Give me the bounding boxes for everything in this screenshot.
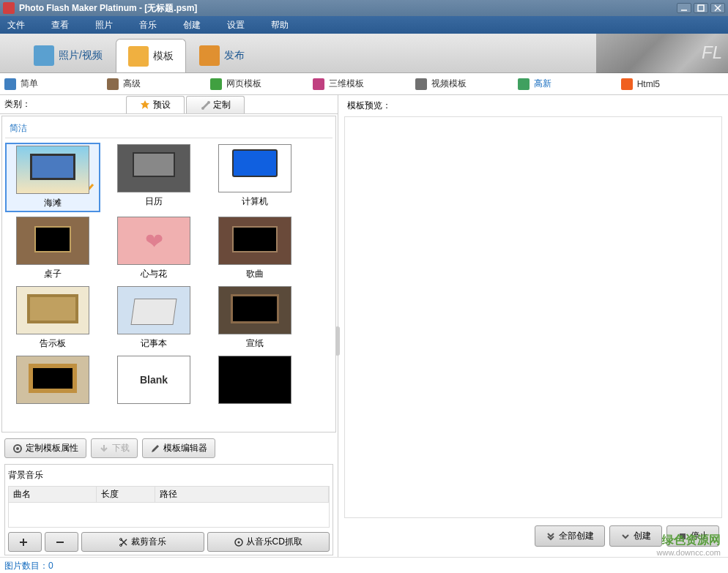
preview-label: 模板预览：: [344, 98, 722, 113]
template-item[interactable]: 告示板: [5, 285, 100, 351]
template-thumb: [117, 286, 190, 334]
menu-settings[interactable]: 设置: [227, 19, 245, 31]
template-label: 告示板: [40, 337, 66, 350]
subtab-label: 预设: [153, 99, 171, 111]
button-label: 全部创建: [559, 530, 594, 542]
music-col-path[interactable]: 路径: [155, 487, 329, 502]
music-col-name[interactable]: 曲名: [9, 487, 97, 502]
photo-video-icon: [34, 45, 54, 66]
template-thumb: [16, 217, 89, 265]
type-label: 简单: [21, 78, 38, 90]
template-item[interactable]: [5, 354, 100, 408]
type-icon: [4, 78, 16, 90]
status-text: 图片数目：0: [4, 561, 53, 571]
download-button[interactable]: 下载: [91, 438, 138, 458]
close-button[interactable]: [710, 3, 725, 13]
watermark-line1: 绿色资源网: [657, 533, 721, 548]
music-title: 背景音乐: [8, 468, 330, 486]
type-4-button[interactable]: 视频模板: [415, 78, 509, 90]
button-label: 创建: [634, 530, 651, 542]
plus-icon: [19, 538, 28, 547]
tab-publish[interactable]: 发布: [187, 39, 256, 72]
type-icon: [107, 78, 119, 90]
menubar: 文件 查看 照片 音乐 创建 设置 帮助: [0, 16, 728, 34]
watermark-line2: www.downcc.com: [657, 548, 721, 557]
type-2-button[interactable]: 网页模板: [210, 78, 304, 90]
template-item[interactable]: 计算机: [207, 143, 302, 212]
star-icon: [140, 100, 150, 110]
watermark: 绿色资源网 www.downcc.com: [657, 533, 721, 557]
template-thumb: Blank: [117, 356, 190, 404]
music-headers: 曲名 长度 路径: [8, 486, 330, 503]
type-icon: [210, 78, 222, 90]
button-label: 从音乐CD抓取: [246, 536, 302, 548]
maximize-button[interactable]: [694, 3, 708, 13]
type-1-button[interactable]: 高级: [107, 78, 201, 90]
template-thumb: [218, 286, 291, 334]
music-list[interactable]: [8, 503, 330, 528]
template-item[interactable]: 心与花: [106, 215, 201, 282]
tab-photo-video[interactable]: 照片/视频: [22, 39, 114, 72]
type-3-button[interactable]: 三维模板: [313, 78, 406, 90]
left-pane: 类别： 预设 定制 简洁 海滩日历计算机桌子心与花歌曲告示板记事本宣纸Blank…: [0, 95, 338, 557]
type-label: 网页模板: [226, 78, 261, 90]
music-buttons: 裁剪音乐 从音乐CD抓取: [8, 532, 330, 552]
menu-photo[interactable]: 照片: [95, 19, 113, 31]
type-5-button[interactable]: 高新: [518, 78, 612, 90]
minimize-button[interactable]: [677, 3, 691, 13]
template-label: 日历: [145, 195, 163, 208]
create-button[interactable]: 创建: [609, 525, 662, 547]
menu-file[interactable]: 文件: [7, 19, 25, 31]
double-arrow-down-icon: [546, 531, 556, 542]
template-label: 记事本: [141, 337, 167, 350]
button-label: 下载: [112, 442, 130, 454]
tab-label: 发布: [224, 49, 245, 62]
type-6-button[interactable]: Html5: [621, 78, 715, 90]
subtab-preset[interactable]: 预设: [126, 96, 185, 113]
disc-icon: [234, 538, 243, 547]
type-label: Html5: [637, 79, 660, 89]
template-grid-wrap: 简洁 海滩日历计算机桌子心与花歌曲告示板记事本宣纸Blank: [1, 116, 336, 432]
template-item[interactable]: 桌子: [5, 215, 100, 282]
customize-props-button[interactable]: 定制模板属性: [4, 438, 86, 458]
template-item[interactable]: 海滩: [5, 143, 100, 212]
template-item[interactable]: 歌曲: [207, 215, 302, 282]
menu-create[interactable]: 创建: [183, 19, 201, 31]
type-icon: [518, 78, 530, 90]
music-remove-button[interactable]: [45, 532, 78, 552]
template-icon: [128, 46, 149, 67]
type-0-button[interactable]: 简单: [4, 78, 98, 90]
template-scroll[interactable]: 简洁 海滩日历计算机桌子心与花歌曲告示板记事本宣纸Blank: [2, 116, 335, 432]
template-label: 心与花: [141, 268, 167, 280]
menu-help[interactable]: 帮助: [271, 19, 289, 31]
music-crop-button[interactable]: 裁剪音乐: [81, 532, 204, 552]
music-cd-capture-button[interactable]: 从音乐CD抓取: [207, 532, 330, 552]
style-header: 简洁: [5, 119, 333, 138]
subtab-custom[interactable]: 定制: [186, 96, 245, 113]
tab-template[interactable]: 模板: [116, 39, 186, 72]
music-col-length[interactable]: 长度: [97, 487, 155, 502]
template-item[interactable]: Blank: [106, 354, 201, 408]
type-icon: [415, 78, 427, 90]
template-thumb: [16, 356, 89, 404]
template-item[interactable]: 宣纸: [207, 285, 302, 351]
template-thumb: [16, 146, 89, 194]
menu-music[interactable]: 音乐: [139, 19, 157, 31]
template-editor-button[interactable]: 模板编辑器: [142, 438, 215, 458]
status-bar: 图片数目：0: [0, 557, 728, 573]
create-all-button[interactable]: 全部创建: [535, 525, 605, 547]
music-add-button[interactable]: [8, 532, 42, 552]
type-label: 三维模板: [329, 78, 364, 90]
template-item[interactable]: 日历: [106, 143, 201, 212]
tab-label: 模板: [153, 50, 174, 63]
svg-point-10: [237, 541, 239, 543]
template-item[interactable]: 记事本: [106, 285, 201, 351]
menu-view[interactable]: 查看: [51, 19, 69, 31]
type-label: 高新: [534, 78, 551, 90]
gear-icon: [12, 443, 23, 454]
type-label: 高级: [123, 78, 141, 90]
pane-divider[interactable]: [335, 326, 340, 356]
template-thumb: [117, 144, 190, 192]
wrench-icon: [200, 100, 210, 110]
template-item[interactable]: [207, 354, 302, 408]
